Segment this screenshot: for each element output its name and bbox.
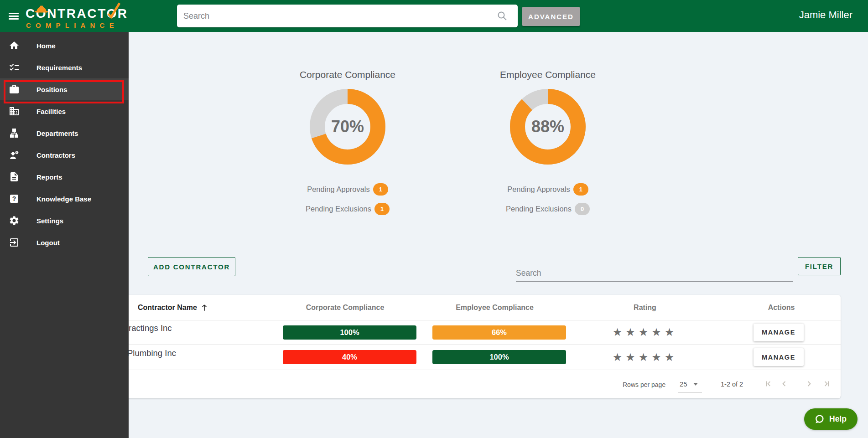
logo-text-compliance: COMPLIANCE: [26, 21, 119, 29]
next-page-button[interactable]: [805, 379, 814, 388]
menu-icon[interactable]: [9, 13, 19, 20]
sidebar-item-facilities[interactable]: Facilities: [0, 100, 129, 122]
sidebar-item-reports[interactable]: Reports: [0, 166, 129, 188]
chart-title: Employee Compliance: [470, 69, 625, 80]
manage-button[interactable]: MANAGE: [754, 324, 804, 341]
manage-button[interactable]: MANAGE: [754, 348, 804, 366]
add-contractor-button[interactable]: ADD CONTRACTOR: [148, 257, 235, 276]
previous-page-button[interactable]: [780, 379, 789, 388]
question-icon: ?: [9, 193, 20, 204]
column-header-actions: Actions: [722, 304, 841, 312]
sidebar-item-requirements[interactable]: Requirements: [0, 57, 129, 78]
corporate-donut: 70%: [310, 89, 385, 165]
sidebar-item-departments[interactable]: Departments: [0, 122, 129, 144]
table-row: Plumbing Inc 40% 100% ★★★★★ MANAGE: [27, 345, 841, 370]
sidebar-nav: Home Requirements Positions Facilities D…: [0, 32, 129, 438]
sidebar-item-home[interactable]: Home: [0, 35, 129, 57]
sidebar-item-contractors[interactable]: Contractors: [0, 144, 129, 166]
advanced-search-button[interactable]: ADVANCED: [522, 7, 580, 26]
pending-approvals-badge[interactable]: 1: [373, 183, 388, 196]
pending-approvals-badge[interactable]: 1: [573, 183, 588, 196]
global-search-input[interactable]: [183, 5, 494, 27]
last-page-button[interactable]: [822, 379, 831, 388]
column-header-rating[interactable]: Rating: [568, 304, 722, 312]
corporate-compliance-bar: 100%: [283, 325, 416, 340]
pending-exclusions-row: Pending Exclusions 0: [470, 203, 625, 215]
sidebar-item-logout[interactable]: Logout: [0, 232, 129, 253]
table-header-row: Contractor Name Corporate Compliance Emp…: [27, 295, 841, 320]
corporate-compliance-bar: 40%: [283, 350, 416, 364]
table-pagination: Rows per page 25 1-2 of 2: [27, 370, 841, 398]
pagination-range-label: 1-2 of 2: [721, 381, 743, 388]
pending-exclusions-badge[interactable]: 0: [575, 203, 590, 215]
org-chart-icon: [9, 128, 20, 139]
filter-button[interactable]: FILTER: [798, 257, 841, 275]
contractors-table: Contractor Name Corporate Compliance Emp…: [27, 295, 841, 398]
dropdown-caret-icon: [693, 383, 698, 386]
employee-compliance-chart: Employee Compliance 88% Pending Approval…: [470, 69, 625, 215]
main-content: Corporate Compliance 70% Pending Approva…: [0, 32, 868, 438]
checklist-icon: [9, 62, 20, 73]
global-search-box: [177, 5, 518, 27]
gear-icon: [9, 215, 20, 226]
donut-percent-label: 88%: [510, 89, 586, 165]
logout-icon: [9, 237, 20, 248]
search-icon: [497, 10, 508, 21]
pending-approvals-row: Pending Approvals 1: [270, 183, 425, 196]
column-header-corporate-compliance[interactable]: Corporate Compliance: [269, 304, 421, 312]
corporate-compliance-chart: Corporate Compliance 70% Pending Approva…: [270, 69, 425, 215]
document-icon: [9, 171, 20, 182]
rows-per-page-label: Rows per page: [623, 381, 665, 388]
table-search-input[interactable]: [516, 265, 793, 282]
chart-title: Corporate Compliance: [270, 69, 425, 80]
briefcase-icon: [9, 84, 20, 95]
chat-bubble-icon: [814, 414, 825, 425]
app-logo: CONTRACTOR COMPLIANCE: [25, 0, 136, 31]
user-name[interactable]: Jamie Miller: [799, 9, 852, 21]
sidebar-item-settings[interactable]: Settings: [0, 210, 129, 232]
table-row: ractings Inc 100% 66% ★★★★★ MANAGE: [27, 320, 841, 345]
column-header-employee-compliance[interactable]: Employee Compliance: [421, 304, 568, 312]
rows-per-page-select[interactable]: 25: [678, 376, 702, 392]
svg-text:?: ?: [12, 195, 16, 202]
employee-compliance-bar: 66%: [432, 325, 566, 340]
sidebar-item-knowledge-base[interactable]: ? Knowledge Base: [0, 188, 129, 210]
donut-percent-label: 70%: [310, 89, 385, 165]
home-icon: [9, 40, 20, 51]
pending-exclusions-badge[interactable]: 1: [374, 203, 390, 215]
engineer-icon: [9, 149, 20, 160]
building-icon: [9, 106, 20, 117]
help-button[interactable]: Help: [804, 408, 858, 430]
employee-donut: 88%: [510, 89, 586, 165]
pending-exclusions-row: Pending Exclusions 1: [270, 203, 425, 215]
first-page-button[interactable]: [764, 379, 773, 388]
sidebar-item-positions[interactable]: Positions: [0, 78, 129, 100]
pending-approvals-row: Pending Approvals 1: [470, 183, 625, 196]
employee-compliance-bar: 100%: [432, 350, 566, 364]
rating-stars[interactable]: ★★★★★: [568, 351, 722, 364]
sort-ascending-icon: [200, 304, 208, 312]
app-header: CONTRACTOR COMPLIANCE ADVANCED Jamie Mil…: [0, 0, 868, 32]
rating-stars[interactable]: ★★★★★: [568, 326, 722, 339]
